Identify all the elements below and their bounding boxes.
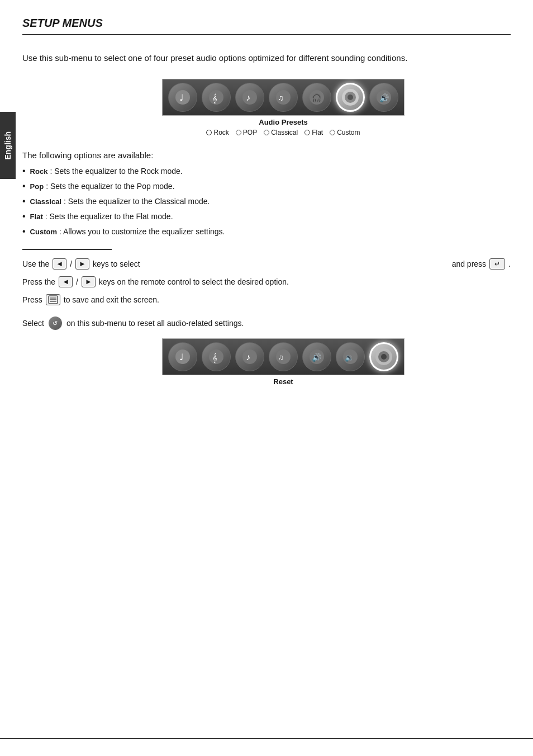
bullet-flat: •	[22, 212, 26, 221]
instr2-slash: /	[76, 277, 78, 286]
svg-text:♪: ♪	[246, 93, 250, 102]
radio-circle-flat	[304, 130, 310, 135]
radio-label-rock: Rock	[213, 129, 229, 136]
radio-circle-classical	[264, 130, 269, 135]
radio-label-flat: Flat	[312, 129, 323, 136]
menu-icon-headphones: 🎧	[302, 83, 331, 112]
options-section: The following options are available: • R…	[22, 150, 511, 238]
select-line: Select ↺ on this sub-menu to reset all a…	[22, 316, 511, 330]
menu-key-icon	[46, 294, 60, 305]
svg-text:♪: ♪	[246, 352, 250, 362]
svg-text:♫: ♫	[278, 93, 284, 102]
intro-text: Use this sub-menu to select one of four …	[22, 52, 511, 65]
svg-point-12	[348, 94, 353, 100]
instr1-prefix: Use the	[22, 259, 49, 268]
instr1-middle: keys to select	[93, 259, 140, 268]
option-pop: • Pop : Sets the equalizer to the Pop mo…	[22, 181, 511, 192]
svg-text:🎧: 🎧	[312, 93, 322, 103]
instr3-text: to save and exit the screen.	[64, 295, 159, 304]
option-flat: • Flat : Sets the equalizer to the Flat …	[22, 211, 511, 223]
reset-icons-row: ♩ 𝄞 ♪	[162, 338, 404, 375]
menu-icons-row: ♩ 𝄞 ♪	[162, 79, 404, 116]
section-divider	[22, 249, 112, 250]
instr1-period: .	[508, 259, 511, 268]
enter-key: ↵	[489, 258, 505, 270]
svg-text:♩: ♩	[179, 352, 184, 362]
instr1-and-press: and press	[452, 259, 486, 268]
svg-text:🔊: 🔊	[312, 353, 322, 362]
instruction-line-3: Press to save and exit the screen.	[22, 294, 511, 305]
reset-menu-icon-6: 🔉	[336, 342, 365, 371]
menu-icon-audio-presets-active	[336, 83, 365, 112]
reset-menu-icon-3: ♪	[235, 342, 264, 371]
audio-presets-screenshot: ♩ 𝄞 ♪	[56, 79, 511, 136]
reset-menu-icon-4: ♫	[269, 342, 298, 371]
bottom-border	[0, 738, 533, 739]
menu-icon-speaker: 🔊	[369, 83, 398, 112]
reset-menu-icon-2: 𝄞	[202, 342, 231, 371]
option-rock: • Rock : Sets the equalizer to the Rock …	[22, 166, 511, 177]
radio-circle-custom	[330, 130, 335, 135]
audio-presets-label: Audio Presets	[259, 118, 307, 126]
menu-icon-music: ♩	[168, 83, 197, 112]
select-prefix: Select	[22, 319, 44, 328]
radio-classical: Classical	[264, 129, 298, 136]
page-wrapper: English SETUP MENUS Use this sub-menu to…	[0, 0, 533, 756]
radio-flat: Flat	[304, 129, 323, 136]
option-custom: • Custom : Allows you to customize the e…	[22, 226, 511, 238]
svg-text:♫: ♫	[278, 353, 284, 362]
instr3-prefix: Press	[22, 295, 42, 304]
radio-circle-rock	[206, 130, 212, 135]
radio-custom: Custom	[330, 129, 360, 136]
menu-icon-double-note: ♫	[269, 83, 298, 112]
instructions-section: Use the ◄ / ► keys to select and press ↵…	[22, 258, 511, 305]
svg-text:♩: ♩	[179, 93, 184, 102]
svg-text:🔉: 🔉	[345, 353, 354, 362]
radio-pop: POP	[236, 129, 257, 136]
bullet-rock: •	[22, 167, 26, 176]
option-rock-label: Rock	[30, 166, 48, 177]
bullet-pop: •	[22, 182, 26, 191]
instr2-text: keys on the remote control to select the…	[99, 277, 289, 286]
main-content: SETUP MENUS Use this sub-menu to select …	[22, 0, 511, 386]
reset-menu-icon-1: ♩	[168, 342, 197, 371]
title-section: SETUP MENUS	[22, 17, 511, 35]
svg-text:𝄞: 𝄞	[212, 93, 217, 104]
left-key: ◄	[53, 258, 66, 270]
option-custom-desc: : Allows you to customize the equalizer …	[59, 226, 225, 238]
option-flat-desc: : Sets the equalizer to the Flat mode.	[45, 211, 173, 223]
radio-options-row: Rock POP Classical Flat Custom	[206, 129, 360, 136]
radio-circle-pop	[236, 130, 241, 135]
instruction-line-1: Use the ◄ / ► keys to select and press ↵…	[22, 258, 511, 270]
language-tab: English	[0, 112, 16, 179]
radio-label-classical: Classical	[271, 129, 298, 136]
reset-section: Select ↺ on this sub-menu to reset all a…	[22, 316, 511, 386]
reset-inline-icon: ↺	[49, 316, 62, 330]
right-key: ►	[75, 258, 89, 270]
reset-menu-icon-active	[369, 342, 398, 371]
options-header: The following options are available:	[22, 150, 511, 160]
menu-icon-note: ♪	[235, 83, 264, 112]
right-key-2: ►	[82, 276, 96, 287]
svg-text:🔊: 🔊	[379, 93, 389, 103]
reset-screenshot: ♩ 𝄞 ♪	[56, 338, 511, 386]
page-title: SETUP MENUS	[22, 17, 511, 30]
svg-point-33	[381, 354, 387, 360]
option-pop-desc: : Sets the equalizer to the Pop mode.	[46, 181, 174, 192]
menu-icon-clef: 𝄞	[202, 83, 231, 112]
svg-text:𝄞: 𝄞	[212, 353, 217, 363]
radio-label-custom: Custom	[337, 129, 360, 136]
left-key-2: ◄	[59, 276, 73, 287]
instr1-slash: /	[70, 259, 72, 268]
option-classical-desc: : Sets the equalizer to the Classical mo…	[64, 196, 210, 207]
option-rock-desc: : Sets the equalizer to the Rock mode.	[50, 166, 182, 177]
select-suffix: on this sub-menu to reset all audio-rela…	[66, 319, 244, 328]
reset-menu-icon-5: 🔊	[302, 342, 331, 371]
option-pop-label: Pop	[30, 181, 44, 192]
language-label: English	[3, 131, 12, 160]
option-custom-label: Custom	[30, 226, 57, 238]
instr2-prefix: Press the	[22, 277, 55, 286]
bullet-custom: •	[22, 227, 26, 236]
option-classical: • Classical : Sets the equalizer to the …	[22, 196, 511, 207]
radio-label-pop: POP	[243, 129, 257, 136]
